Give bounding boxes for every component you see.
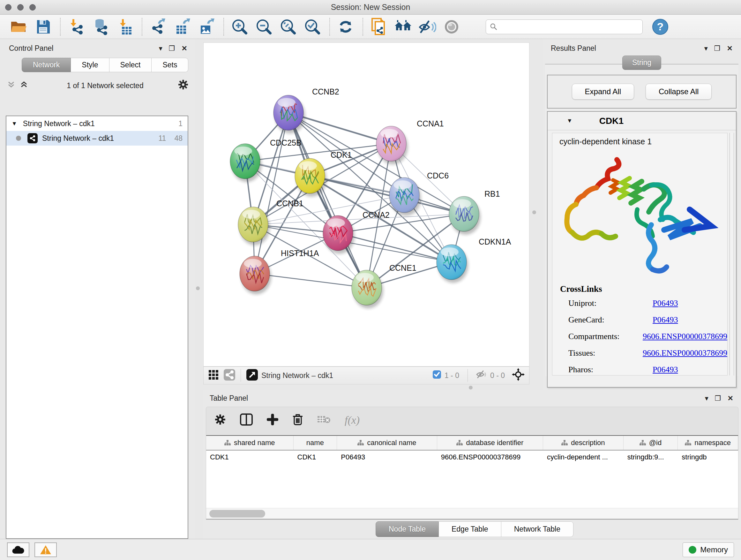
panel-close-icon[interactable]: ✕ xyxy=(727,45,733,52)
right-splitter-handle[interactable] xyxy=(532,210,536,214)
table-horizontal-scrollbar[interactable] xyxy=(206,508,738,519)
panel-float-icon[interactable]: ❐ xyxy=(715,395,721,402)
table-cell[interactable]: CDK1 xyxy=(206,450,293,464)
node-CCNE1[interactable]: CCNE1 xyxy=(352,263,416,308)
panel-close-icon[interactable]: ✕ xyxy=(182,45,187,52)
delete-column-trash-icon[interactable] xyxy=(292,414,303,427)
memory-button[interactable]: Memory xyxy=(683,543,734,557)
zoom-fit-icon[interactable] xyxy=(279,17,297,36)
import-table-icon[interactable] xyxy=(116,17,134,36)
zoom-in-icon[interactable] xyxy=(230,17,249,36)
panel-menu-icon[interactable]: ▾ xyxy=(704,45,708,52)
table-cell[interactable]: P06493 xyxy=(337,450,437,464)
collapse-all-networks-icon[interactable] xyxy=(20,80,28,91)
crosslink-link[interactable]: P06493 xyxy=(653,299,678,308)
network-share-toggle-icon[interactable] xyxy=(223,369,235,382)
hide-unhide-icon[interactable] xyxy=(418,17,436,36)
birdseye-grid-icon[interactable] xyxy=(208,369,219,381)
tab-node-table[interactable]: Node Table xyxy=(376,521,439,537)
section-expand-icon[interactable]: ▼ xyxy=(567,118,572,124)
node-CDC6[interactable]: CDC6 xyxy=(389,171,449,216)
network-canvas[interactable]: CCNB2CCNA1CDC25BCDK1CDC6RB1CCNB1CCNA2CDK… xyxy=(203,43,529,367)
table-row[interactable]: CDK1CDK1P064939606.ENSP00000378699cyclin… xyxy=(206,450,738,464)
protein-section-header[interactable]: ▼ CDK1 xyxy=(548,112,736,130)
zoom-selected-icon[interactable] xyxy=(303,17,322,36)
scrollbar-thumb[interactable] xyxy=(209,510,265,517)
network-collection-row[interactable]: ▼ String Network – cdk1 1 xyxy=(6,116,188,131)
bottom-splitter-handle[interactable] xyxy=(469,386,473,389)
node-CCNA1[interactable]: CCNA1 xyxy=(376,119,444,165)
search-input[interactable] xyxy=(501,23,638,31)
network-row[interactable]: String Network – cdk1 11 48 xyxy=(6,131,188,145)
toolbar-search[interactable] xyxy=(486,19,643,34)
table-gear-icon[interactable] xyxy=(214,414,226,427)
table-cell[interactable]: stringdb:9... xyxy=(623,450,678,464)
panel-menu-icon[interactable]: ▾ xyxy=(159,45,162,52)
table-cell[interactable]: cyclin-dependent ... xyxy=(543,450,623,464)
network-options-gear-icon[interactable] xyxy=(178,79,189,92)
add-column-icon[interactable] xyxy=(267,414,278,427)
results-vertical-scrollbar[interactable] xyxy=(730,133,734,375)
table-cell[interactable]: 9606.ENSP00000378699 xyxy=(437,450,543,464)
home-networks-icon[interactable] xyxy=(394,17,412,36)
tab-edge-table[interactable]: Edge Table xyxy=(439,521,501,537)
edge-HIST1H1A-CCNE1[interactable] xyxy=(255,273,367,288)
column-header-namespace[interactable]: namespace xyxy=(678,436,738,450)
column-header--id[interactable]: @id xyxy=(623,436,678,450)
node-HIST1H1A[interactable]: HIST1H1A xyxy=(240,249,319,294)
export-table-icon[interactable] xyxy=(173,17,192,36)
crosslink-link[interactable]: P06493 xyxy=(653,315,678,325)
tab-select[interactable]: Select xyxy=(110,58,152,72)
warning-status-button[interactable] xyxy=(35,543,57,557)
column-header-canonical-name[interactable]: canonical name xyxy=(337,436,437,450)
hidden-eye-slash-icon[interactable] xyxy=(476,370,487,381)
node-table[interactable]: shared namenamecanonical namedatabase id… xyxy=(206,435,738,519)
column-header-shared-name[interactable]: shared name xyxy=(206,436,293,450)
import-network-database-icon[interactable] xyxy=(91,17,110,36)
edge-CDK1-RB1[interactable] xyxy=(310,176,464,214)
export-image-icon[interactable] xyxy=(197,17,216,36)
tab-network[interactable]: Network xyxy=(22,58,71,72)
column-header-database-identifier[interactable]: database identifier xyxy=(437,436,543,450)
crosslink-link[interactable]: P06493 xyxy=(653,365,678,374)
tab-network-table[interactable]: Network Table xyxy=(501,521,574,537)
selected-nodes-checkbox-icon[interactable] xyxy=(432,370,441,381)
collection-expand-icon[interactable]: ▼ xyxy=(11,120,17,127)
results-tab-string[interactable]: String xyxy=(622,56,661,70)
expand-all-button[interactable]: Expand All xyxy=(572,84,634,100)
node-CCNA2[interactable]: CCNA2 xyxy=(323,210,390,254)
open-session-icon[interactable] xyxy=(10,17,28,36)
node-CCNB2[interactable]: CCNB2 xyxy=(273,87,339,133)
network-graph[interactable]: CCNB2CCNA1CDC25BCDK1CDC6RB1CCNB1CCNA2CDK… xyxy=(204,43,530,367)
clone-network-icon[interactable] xyxy=(369,17,388,36)
refresh-icon[interactable] xyxy=(336,17,355,36)
import-network-file-icon[interactable] xyxy=(67,17,85,36)
column-header-description[interactable]: description xyxy=(543,436,623,450)
cloud-status-button[interactable] xyxy=(7,543,29,557)
panel-close-icon[interactable]: ✕ xyxy=(728,395,733,402)
collapse-all-button[interactable]: Collapse All xyxy=(646,84,712,100)
node-CDKN1A[interactable]: CDKN1A xyxy=(436,237,511,283)
panel-float-icon[interactable]: ❐ xyxy=(714,45,721,52)
show-columns-icon[interactable] xyxy=(240,414,253,427)
help-icon[interactable]: ? xyxy=(651,17,670,36)
node-RB1[interactable]: RB1 xyxy=(449,189,500,235)
crosslink-link[interactable]: 9606.ENSP00000378699 xyxy=(643,332,727,341)
node-CCNB1[interactable]: CCNB1 xyxy=(238,199,304,245)
expand-all-networks-icon[interactable] xyxy=(7,80,15,91)
column-header-name[interactable]: name xyxy=(293,436,337,450)
panel-float-icon[interactable]: ❐ xyxy=(169,45,175,52)
export-network-icon[interactable] xyxy=(149,17,167,36)
table-cell[interactable]: CDK1 xyxy=(293,450,337,464)
panel-menu-icon[interactable]: ▾ xyxy=(705,395,709,402)
save-session-icon[interactable] xyxy=(34,17,52,36)
fit-selected-move-icon[interactable] xyxy=(512,368,525,383)
table-cell[interactable]: stringdb xyxy=(678,450,738,464)
tab-style[interactable]: Style xyxy=(71,58,109,72)
open-in-browser-icon[interactable] xyxy=(246,369,258,382)
tab-sets[interactable]: Sets xyxy=(151,58,188,72)
node-CDC25B[interactable]: CDC25B xyxy=(230,138,301,182)
crosslink-link[interactable]: 9606.ENSP00000378699 xyxy=(643,348,727,358)
zoom-out-icon[interactable] xyxy=(255,17,273,36)
left-splitter-handle[interactable] xyxy=(196,287,200,290)
